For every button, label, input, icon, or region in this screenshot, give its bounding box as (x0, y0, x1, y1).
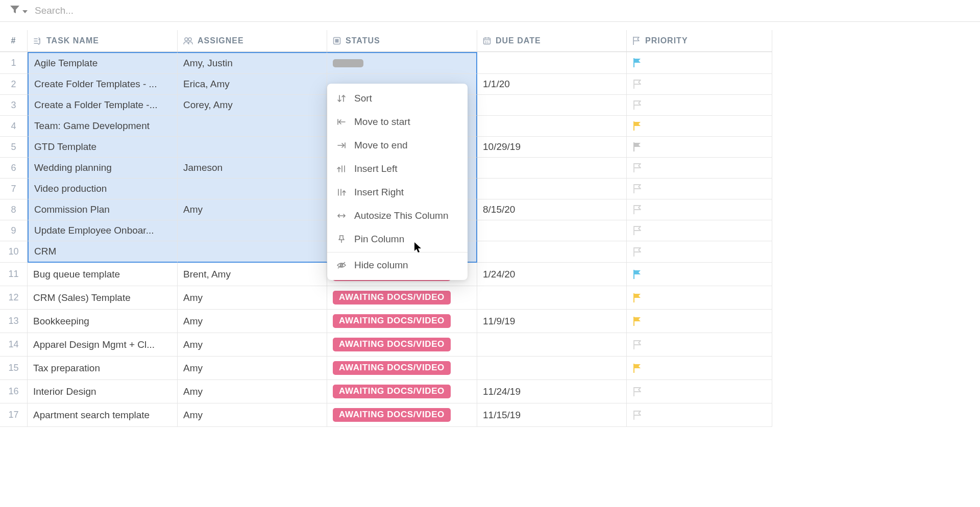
status-cell[interactable]: AWAITING DOCS/VIDEO (327, 380, 477, 403)
assignee-cell[interactable]: Amy (178, 380, 327, 403)
task-name-cell[interactable]: GTD Template (28, 137, 178, 158)
priority-cell[interactable] (627, 220, 772, 241)
assignee-cell[interactable]: Amy, Justin (178, 52, 327, 74)
task-name-cell[interactable]: CRM (28, 241, 178, 263)
menu-move-end[interactable]: Move to end (327, 134, 468, 157)
menu-autosize[interactable]: Autosize This Column (327, 204, 468, 227)
search-input[interactable] (35, 5, 970, 16)
due-date-cell[interactable]: 11/9/19 (477, 310, 627, 333)
assignee-cell[interactable]: Amy (178, 199, 327, 220)
due-date-cell[interactable] (477, 52, 627, 74)
row-number[interactable]: 14 (0, 333, 28, 357)
assignee-cell[interactable] (178, 220, 327, 241)
priority-cell[interactable] (627, 179, 772, 199)
due-date-cell[interactable]: 11/15/19 (477, 403, 627, 427)
column-header-status[interactable]: STATUS (327, 30, 477, 52)
column-header-due-date[interactable]: 31 DUE DATE (477, 30, 627, 52)
row-number[interactable]: 2 (0, 74, 28, 95)
task-name-cell[interactable]: Video production (28, 179, 178, 199)
menu-hide[interactable]: Hide column (327, 253, 468, 277)
due-date-cell[interactable] (477, 241, 627, 263)
menu-insert-right[interactable]: Insert Right (327, 181, 468, 204)
assignee-cell[interactable]: Amy (178, 286, 327, 310)
assignee-cell[interactable]: Erica, Amy (178, 74, 327, 95)
row-number[interactable]: 4 (0, 116, 28, 137)
row-number[interactable]: 5 (0, 137, 28, 158)
priority-cell[interactable] (627, 403, 772, 427)
assignee-cell[interactable]: Brent, Amy (178, 263, 327, 286)
menu-insert-left[interactable]: Insert Left (327, 157, 468, 181)
task-name-cell[interactable]: Apartment search template (28, 403, 178, 427)
row-number[interactable]: 3 (0, 95, 28, 116)
row-number[interactable]: 7 (0, 179, 28, 199)
due-date-cell[interactable] (477, 333, 627, 357)
task-name-cell[interactable]: Wedding planning (28, 158, 178, 179)
due-date-cell[interactable] (477, 286, 627, 310)
priority-cell[interactable] (627, 357, 772, 380)
task-name-cell[interactable]: Tax preparation (28, 357, 178, 380)
menu-sort[interactable]: Sort (327, 87, 468, 110)
column-header-assignee[interactable]: ASSIGNEE (178, 30, 327, 52)
due-date-cell[interactable] (477, 158, 627, 179)
filter-button[interactable] (10, 6, 28, 16)
task-name-cell[interactable]: CRM (Sales) Template (28, 286, 178, 310)
priority-cell[interactable] (627, 263, 772, 286)
row-number[interactable]: 11 (0, 263, 28, 286)
status-cell[interactable]: AWAITING DOCS/VIDEO (327, 357, 477, 380)
row-number[interactable]: 13 (0, 310, 28, 333)
task-name-cell[interactable]: Commission Plan (28, 199, 178, 220)
row-number[interactable]: 16 (0, 380, 28, 403)
menu-pin[interactable]: Pin Column (327, 227, 468, 251)
row-number[interactable]: 9 (0, 220, 28, 241)
priority-cell[interactable] (627, 310, 772, 333)
row-number[interactable]: 15 (0, 357, 28, 380)
due-date-cell[interactable]: 11/24/19 (477, 380, 627, 403)
priority-cell[interactable] (627, 158, 772, 179)
task-name-cell[interactable]: Update Employee Onboar... (28, 220, 178, 241)
assignee-cell[interactable]: Amy (178, 357, 327, 380)
priority-cell[interactable] (627, 95, 772, 116)
status-cell[interactable]: AWAITING DOCS/VIDEO (327, 333, 477, 357)
column-header-task-name[interactable]: TASK NAME (28, 30, 178, 52)
row-number[interactable]: 6 (0, 158, 28, 179)
status-cell[interactable]: AWAITING DOCS/VIDEO (327, 310, 477, 333)
due-date-cell[interactable] (477, 179, 627, 199)
priority-cell[interactable] (627, 52, 772, 74)
assignee-cell[interactable]: Amy (178, 310, 327, 333)
task-name-cell[interactable]: Create Folder Templates - ... (28, 74, 178, 95)
due-date-cell[interactable] (477, 116, 627, 137)
row-number[interactable]: 17 (0, 403, 28, 427)
row-number[interactable]: 1 (0, 52, 28, 74)
priority-cell[interactable] (627, 137, 772, 158)
priority-cell[interactable] (627, 286, 772, 310)
task-name-cell[interactable]: Agile Template (28, 52, 178, 74)
assignee-cell[interactable]: Corey, Amy (178, 95, 327, 116)
assignee-cell[interactable] (178, 241, 327, 263)
menu-move-start[interactable]: Move to start (327, 110, 468, 134)
priority-cell[interactable] (627, 116, 772, 137)
status-cell[interactable]: AWAITING DOCS/VIDEO (327, 286, 477, 310)
row-number[interactable]: 10 (0, 241, 28, 263)
assignee-cell[interactable]: Amy (178, 333, 327, 357)
row-number[interactable]: 8 (0, 199, 28, 220)
task-name-cell[interactable]: Bookkeeping (28, 310, 178, 333)
assignee-cell[interactable]: Amy (178, 403, 327, 427)
assignee-cell[interactable]: Jameson (178, 158, 327, 179)
priority-cell[interactable] (627, 199, 772, 220)
due-date-cell[interactable]: 1/24/20 (477, 263, 627, 286)
due-date-cell[interactable]: 10/29/19 (477, 137, 627, 158)
assignee-cell[interactable] (178, 137, 327, 158)
priority-cell[interactable] (627, 333, 772, 357)
column-header-num[interactable]: # (0, 30, 28, 52)
task-name-cell[interactable]: Interior Design (28, 380, 178, 403)
due-date-cell[interactable] (477, 95, 627, 116)
priority-cell[interactable] (627, 380, 772, 403)
due-date-cell[interactable]: 8/15/20 (477, 199, 627, 220)
task-name-cell[interactable]: Team: Game Development (28, 116, 178, 137)
column-header-priority[interactable]: PRIORITY (627, 30, 772, 52)
task-name-cell[interactable]: Apparel Design Mgmt + Cl... (28, 333, 178, 357)
status-cell[interactable] (327, 52, 477, 74)
priority-cell[interactable] (627, 74, 772, 95)
task-name-cell[interactable]: Create a Folder Template -... (28, 95, 178, 116)
assignee-cell[interactable] (178, 116, 327, 137)
